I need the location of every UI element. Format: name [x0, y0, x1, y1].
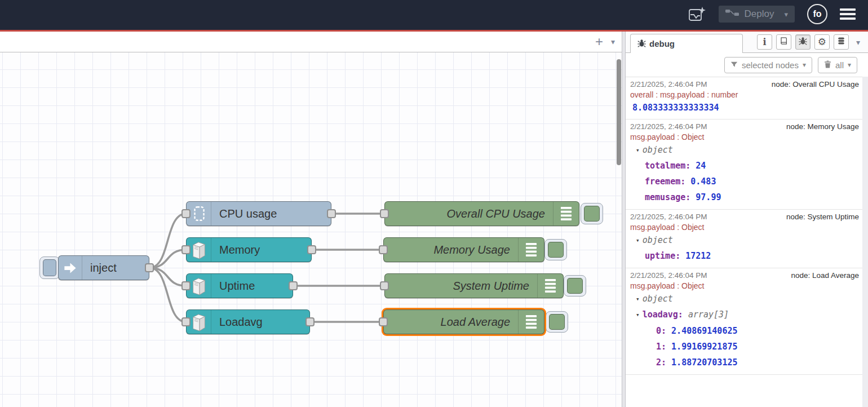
- sidebar-splitter[interactable]: [622, 32, 626, 407]
- input-port[interactable]: [181, 209, 191, 218]
- message-value: 8.083333333333334: [630, 100, 859, 115]
- deploy-label: Deploy: [745, 8, 774, 20]
- wire[interactable]: [149, 250, 186, 268]
- debug-clear-button[interactable]: all ▾: [818, 57, 857, 73]
- user-avatar[interactable]: fo: [807, 4, 827, 24]
- node-cpu-usage[interactable]: CPU usage: [186, 201, 331, 226]
- array-value: 2.40869140625: [671, 326, 737, 336]
- debug-list-icon: [518, 238, 544, 262]
- gear-icon: ⚙: [818, 37, 826, 47]
- input-port[interactable]: [181, 245, 191, 254]
- inject-trigger-button[interactable]: [39, 256, 60, 279]
- node-uptime[interactable]: Uptime: [186, 273, 293, 298]
- array-index: 2:: [656, 357, 666, 368]
- deploy-button[interactable]: Deploy ▾: [719, 6, 795, 23]
- wire-layer: [0, 52, 622, 407]
- object-label: object: [643, 294, 673, 304]
- message-property: overall : msg.payload : number: [630, 90, 859, 100]
- info-icon: i: [763, 37, 766, 47]
- sidebar-tabbar: debug i: [626, 32, 868, 53]
- node-label: CPU usage: [211, 202, 331, 225]
- workspace[interactable]: inject CPU usage: [0, 52, 622, 407]
- input-port[interactable]: [380, 281, 389, 290]
- tab-debug-button[interactable]: [795, 34, 811, 50]
- canvas-vertical-scrollbar[interactable]: [617, 59, 621, 165]
- array-value: 1.88720703125: [671, 357, 737, 368]
- avatar-label: fo: [813, 9, 821, 19]
- input-port[interactable]: [379, 245, 388, 254]
- message-node-name: node: Load Average: [791, 270, 859, 281]
- input-port[interactable]: [380, 209, 389, 218]
- node-system-uptime[interactable]: System Uptime: [384, 273, 564, 298]
- object-key: freemem:: [645, 176, 685, 187]
- debug-list-icon: [518, 310, 544, 334]
- tab-context-button[interactable]: [834, 34, 849, 50]
- node-load-average[interactable]: Load Average: [383, 309, 544, 334]
- debug-toggle-button[interactable]: [564, 275, 586, 297]
- node-label: Uptime: [211, 274, 293, 298]
- debug-toggle-button[interactable]: [546, 311, 568, 333]
- flow-list-chevron-icon[interactable]: ▾: [611, 35, 615, 48]
- message-node-name: node: Memory Usage: [786, 121, 859, 132]
- input-port[interactable]: [181, 281, 191, 290]
- sidebar-scrollbar-track[interactable]: [862, 77, 868, 407]
- book-icon: [780, 37, 788, 47]
- collapse-caret-icon[interactable]: ▾: [636, 233, 640, 248]
- node-loadavg[interactable]: Loadavg: [186, 309, 310, 334]
- debug-toggle-button[interactable]: [544, 239, 567, 260]
- node-memory-usage[interactable]: Memory Usage: [383, 237, 544, 262]
- array-index: 1:: [656, 342, 666, 352]
- input-port[interactable]: [181, 317, 191, 326]
- flow-canvas: + ▾: [0, 32, 622, 407]
- debug-toggle-button[interactable]: [581, 203, 603, 224]
- sidebar-menu-chevron-icon[interactable]: ▾: [856, 38, 860, 47]
- message-timestamp: 2/21/2025, 2:46:04 PM: [630, 270, 707, 281]
- wire[interactable]: [149, 268, 186, 286]
- message-property: msg.payload : Object: [630, 132, 859, 143]
- filter-funnel-icon: [730, 60, 738, 70]
- output-port[interactable]: [289, 281, 298, 290]
- object-key: uptime:: [645, 251, 680, 261]
- tab-debug[interactable]: debug: [630, 34, 743, 53]
- node-label: System Uptime: [385, 274, 537, 298]
- collapse-caret-icon[interactable]: ▾: [636, 143, 640, 158]
- debug-list-icon: [553, 202, 579, 225]
- filter-label: selected nodes: [742, 60, 799, 70]
- object-key: memusage:: [645, 192, 690, 202]
- add-flow-button[interactable]: +: [595, 35, 603, 48]
- array-index: 0:: [656, 326, 666, 336]
- tab-info-button[interactable]: i: [757, 34, 772, 50]
- output-port[interactable]: [307, 245, 316, 254]
- debug-list-icon: [537, 274, 563, 298]
- bug-icon: [799, 37, 807, 47]
- node-label: Overall CPU Usage: [385, 202, 553, 225]
- deploy-chevron-icon[interactable]: ▾: [784, 10, 788, 19]
- chevron-down-icon: ▾: [803, 61, 806, 69]
- node-label: Memory: [211, 238, 311, 262]
- collapse-caret-icon[interactable]: ▾: [636, 307, 640, 323]
- ai-assistant-icon[interactable]: [688, 6, 706, 23]
- debug-toolbar: selected nodes ▾ all ▾: [626, 53, 868, 77]
- node-overall-cpu-usage[interactable]: Overall CPU Usage: [384, 201, 579, 226]
- node-memory[interactable]: Memory: [186, 237, 312, 262]
- tab-help-button[interactable]: [776, 34, 791, 50]
- input-port[interactable]: [379, 317, 388, 326]
- hamburger-menu-icon[interactable]: [840, 8, 856, 20]
- flow-tabbar: + ▾: [0, 32, 622, 52]
- object-label: object: [643, 235, 673, 245]
- output-port[interactable]: [305, 317, 315, 326]
- app-header: Deploy ▾ fo: [0, 0, 868, 32]
- object-key: totalmem:: [645, 161, 690, 171]
- object-value: 97.99: [696, 192, 721, 202]
- node-label: inject: [82, 256, 149, 280]
- output-port[interactable]: [145, 263, 154, 272]
- node-inject[interactable]: inject: [58, 255, 149, 280]
- debug-sidebar: debug i: [626, 32, 868, 407]
- output-port[interactable]: [327, 209, 336, 218]
- object-value: 0.483: [690, 176, 716, 187]
- tab-config-button[interactable]: ⚙: [814, 34, 830, 50]
- message-node-name: node: Overall CPU Usage: [772, 79, 859, 90]
- collapse-caret-icon[interactable]: ▾: [636, 292, 640, 307]
- chevron-down-icon: ▾: [848, 61, 851, 69]
- debug-filter-button[interactable]: selected nodes ▾: [724, 57, 812, 73]
